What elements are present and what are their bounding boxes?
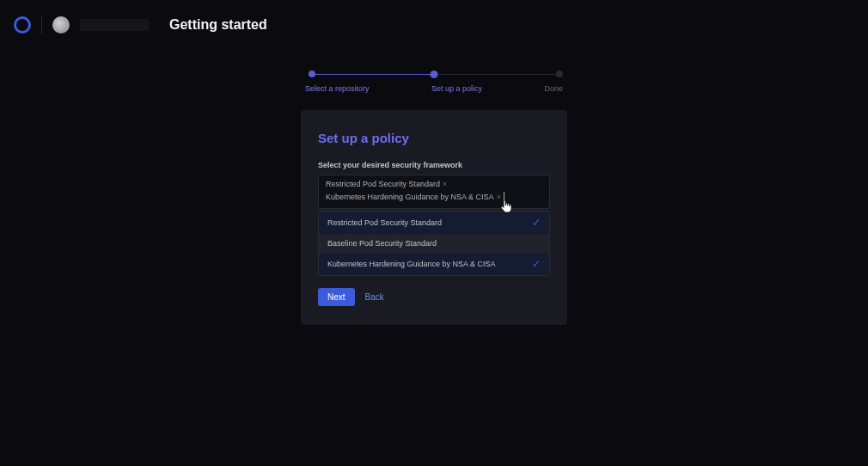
framework-dropdown: Restricted Pod Security Standard ✓ Basel… — [318, 211, 550, 276]
check-icon: ✓ — [532, 217, 541, 229]
framework-option[interactable]: Restricted Pod Security Standard ✓ — [319, 212, 549, 234]
account-avatar-icon[interactable] — [52, 16, 70, 34]
check-icon: ✓ — [532, 258, 541, 270]
stepper-line-progress — [309, 74, 437, 75]
button-row: Next Back — [318, 288, 550, 306]
card-title: Set up a policy — [318, 131, 550, 145]
chip-remove-icon[interactable]: × — [443, 180, 447, 188]
account-name-placeholder — [80, 19, 149, 31]
option-label: Baseline Pod Security Standard — [327, 239, 437, 248]
page-title: Getting started — [169, 17, 267, 33]
stepper-label-3: Done — [544, 84, 563, 93]
framework-option[interactable]: Baseline Pod Security Standard — [319, 234, 549, 253]
next-button[interactable]: Next — [318, 288, 355, 306]
stepper-dot-1 — [309, 71, 315, 77]
framework-field-label: Select your desired security framework — [318, 161, 550, 169]
app-header: Getting started — [0, 0, 868, 50]
option-label: Kubernetes Hardening Guidance by NSA & C… — [327, 260, 496, 268]
stepper-label-1: Select a repository — [305, 84, 370, 93]
text-cursor — [504, 192, 504, 201]
chip-label: Kubernetes Hardening Guidance by NSA & C… — [326, 193, 494, 201]
header-divider — [41, 15, 42, 34]
chip-remove-icon[interactable]: × — [497, 193, 501, 201]
policy-card: Set up a policy Select your desired secu… — [301, 110, 567, 325]
framework-multiselect[interactable]: Restricted Pod Security Standard × Kuber… — [318, 175, 550, 209]
option-label: Restricted Pod Security Standard — [327, 218, 442, 227]
back-button[interactable]: Back — [365, 292, 384, 302]
stepper-dot-2 — [431, 71, 438, 78]
stepper: Select a repository Set up a policy Done — [305, 71, 563, 93]
framework-option[interactable]: Kubernetes Hardening Guidance by NSA & C… — [319, 253, 549, 275]
stepper-label-2: Set up a policy — [431, 84, 482, 93]
selected-chip: Kubernetes Hardening Guidance by NSA & C… — [324, 191, 506, 202]
selected-chip: Restricted Pod Security Standard × — [324, 179, 449, 189]
stepper-dot-3 — [556, 71, 563, 77]
chip-label: Restricted Pod Security Standard — [326, 180, 440, 188]
app-logo-icon[interactable] — [14, 16, 31, 34]
